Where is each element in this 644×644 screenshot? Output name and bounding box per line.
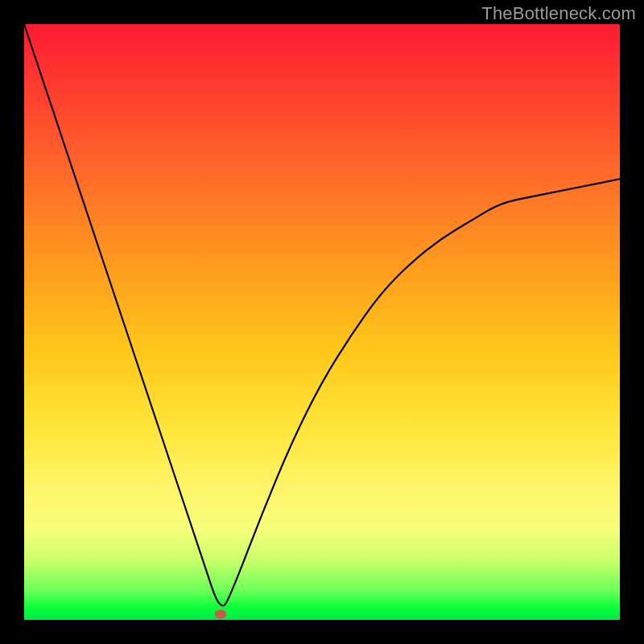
bottleneck-curve — [24, 24, 620, 620]
plot-area — [24, 24, 620, 620]
watermark-text: TheBottleneck.com — [481, 3, 636, 24]
chart-frame: TheBottleneck.com — [0, 0, 644, 644]
minimum-marker — [215, 609, 226, 618]
curve-path — [24, 24, 620, 605]
